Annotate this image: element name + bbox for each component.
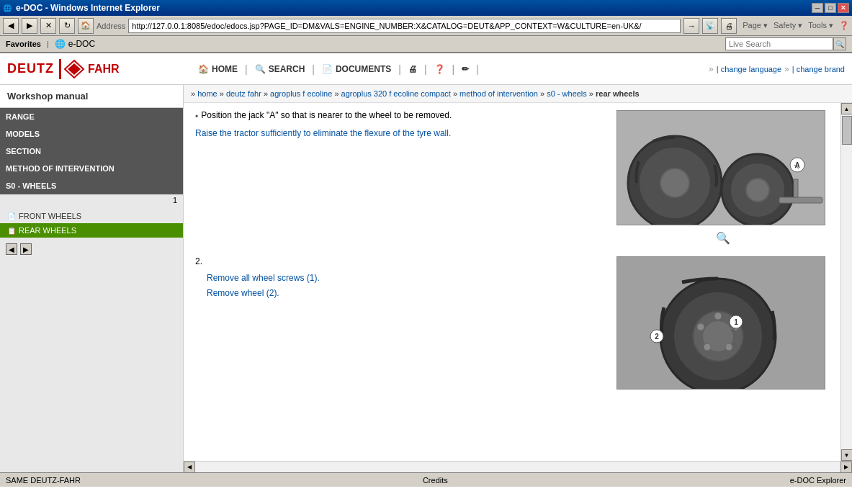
status-left: SAME DEUTZ-FAHR <box>6 476 81 485</box>
zoom-container: 🔍 <box>616 228 829 245</box>
nav-home[interactable]: 🏠 HOME <box>191 61 245 77</box>
breadcrumb-deutz[interactable]: deutz fahr <box>226 89 261 98</box>
refresh-button[interactable]: ↻ <box>59 18 75 34</box>
sidebar-section-s0[interactable]: S0 - WHEELS <box>0 177 183 194</box>
change-language[interactable]: | change language <box>717 65 781 73</box>
address-input[interactable] <box>128 19 681 33</box>
print-button[interactable]: 🖨 <box>721 18 737 34</box>
minimize-button[interactable]: ─ <box>812 3 823 13</box>
step2-layout: 2. Remove all wheel screws (1). Remove w… <box>195 256 829 390</box>
next-arrow[interactable]: ▶ <box>20 243 32 255</box>
stop-button[interactable]: ✕ <box>40 18 56 34</box>
sidebar-item-rear-wheels[interactable]: 📋 REAR WHEELS <box>0 223 183 238</box>
status-center[interactable]: Credits <box>423 476 448 485</box>
step1-text: • Position the jack "A" so that is neare… <box>195 110 609 143</box>
sidebar-section-models[interactable]: MODELS <box>0 125 183 143</box>
nav-print[interactable]: 🖨 <box>401 61 424 77</box>
svg-point-21 <box>725 343 732 351</box>
tools-menu[interactable]: Tools ▾ <box>808 21 833 30</box>
scroll-thumb[interactable] <box>842 116 852 145</box>
bottom-scrollbar: ◀ ▶ <box>184 461 852 472</box>
step2-image-col: 2 1 FR09696 <box>616 256 829 390</box>
nav-help[interactable]: ❓ <box>427 61 452 77</box>
right-scrollbar: ▲ ▼ <box>840 103 852 461</box>
front-wheels-icon: 📄 <box>7 212 16 220</box>
step2-text: 2. Remove all wheel screws (1). Remove w… <box>195 256 609 302</box>
maximize-button[interactable]: □ <box>825 3 836 13</box>
rss-button[interactable]: 📡 <box>702 18 718 34</box>
logo-symbol <box>63 59 85 79</box>
title-bar-left: 🌐 e-DOC - Windows Internet Explorer <box>3 3 160 13</box>
breadcrumb-agroplus-320[interactable]: agroplus 320 f ecoline compact <box>341 89 451 98</box>
step1-image-col: A FR09696 🔍 <box>616 110 829 245</box>
print-nav-icon: 🖨 <box>408 64 417 74</box>
nav-search[interactable]: 🔍 SEARCH <box>248 61 313 77</box>
favorites-label[interactable]: Favorites <box>6 40 41 48</box>
nav-documents[interactable]: 📄 DOCUMENTS <box>315 61 398 77</box>
logo-fahr: FAHR <box>88 63 120 76</box>
svg-point-19 <box>714 312 722 320</box>
edoc-favorite[interactable]: 🌐 e-DOC <box>55 39 95 49</box>
favorites-bar: Favorites | 🌐 e-DOC 🔍 <box>0 36 852 53</box>
svg-rect-12 <box>794 179 798 197</box>
content-with-scrollbar: • Position the jack "A" so that is neare… <box>184 103 852 461</box>
breadcrumb-home[interactable]: home <box>197 89 218 98</box>
zoom-icon[interactable]: 🔍 <box>716 231 730 245</box>
sidebar-section-method[interactable]: METHOD OF INTERVENTION <box>0 160 183 177</box>
go-button[interactable]: → <box>683 18 699 34</box>
forward-button[interactable]: ▶ <box>22 18 37 34</box>
sidebar-section-range[interactable]: RANGE <box>0 108 183 125</box>
step1-svg: A <box>617 111 825 225</box>
scroll-right[interactable]: ▶ <box>840 462 852 473</box>
breadcrumb-s0[interactable]: s0 - wheels <box>547 89 587 98</box>
logo-divider <box>59 59 61 79</box>
sidebar-section-section[interactable]: SECTION <box>0 143 183 160</box>
ie-icon: 🌐 <box>3 4 12 12</box>
step1-layout: • Position the jack "A" so that is neare… <box>195 110 829 245</box>
live-search-input[interactable] <box>725 37 833 50</box>
search-button[interactable]: 🔍 <box>833 37 846 50</box>
sidebar-pager: 1 <box>0 194 183 206</box>
sidebar-title: Workshop manual <box>0 85 183 108</box>
home-button[interactable]: 🏠 <box>78 18 94 34</box>
help-menu[interactable]: ❓ <box>839 21 849 30</box>
step2-remove-wheel: Remove wheel (2). <box>207 287 609 300</box>
step1-raise: Raise the tractor sufficiently to elimin… <box>195 127 609 140</box>
page-menu[interactable]: Page ▾ <box>743 21 768 30</box>
app-header: DEUTZ FAHR 🏠 HOME | 🔍 SEARCH | 📄 DOCUMEN… <box>0 53 852 85</box>
breadcrumb-method[interactable]: method of intervention <box>459 89 538 98</box>
svg-text:1: 1 <box>734 318 738 326</box>
breadcrumb-agroplus-f[interactable]: agroplus f ecoline <box>270 89 332 98</box>
svg-point-8 <box>746 179 769 202</box>
scroll-down[interactable]: ▼ <box>841 449 853 461</box>
close-button[interactable]: ✕ <box>838 3 849 13</box>
logo-deutz: DEUTZ <box>7 61 54 76</box>
scroll-left[interactable]: ◀ <box>184 462 195 473</box>
nav-edit[interactable]: ✏ <box>454 61 476 77</box>
rear-wheels-icon: 📋 <box>7 227 16 235</box>
edoc-icon: 🌐 <box>55 39 66 49</box>
address-bar: ◀ ▶ ✕ ↻ 🏠 Address → 📡 🖨 Page ▾ Safety ▾ … <box>0 16 852 36</box>
back-button[interactable]: ◀ <box>3 18 19 34</box>
svg-rect-11 <box>779 197 822 203</box>
scroll-up[interactable]: ▲ <box>841 103 853 114</box>
breadcrumb: » home » deutz fahr » agroplus f ecoline… <box>184 85 852 103</box>
step1-image: A FR09696 <box>616 110 825 225</box>
title-bar: 🌐 e-DOC - Windows Internet Explorer ─ □ … <box>0 0 852 16</box>
step2-number: 2. <box>195 256 609 266</box>
svg-point-5 <box>660 168 689 197</box>
svg-text:2: 2 <box>655 333 659 341</box>
prev-arrow[interactable]: ◀ <box>6 243 17 255</box>
svg-text:A: A <box>794 161 799 169</box>
hscroll-track <box>195 462 840 473</box>
search-box: 🔍 <box>725 37 846 50</box>
nav-icons-right: » | change language » | change brand <box>709 64 845 74</box>
change-brand[interactable]: | change brand <box>792 65 845 73</box>
address-label: Address <box>97 22 125 30</box>
title-bar-buttons: ─ □ ✕ <box>812 3 849 13</box>
sidebar-item-front-wheels[interactable]: 📄 FRONT WHEELS <box>0 209 183 223</box>
step2-image: 2 1 FR09696 <box>616 256 825 390</box>
safety-menu[interactable]: Safety ▾ <box>773 21 802 30</box>
step1-bullet: • Position the jack "A" so that is neare… <box>195 110 609 122</box>
status-bar: SAME DEUTZ-FAHR Credits e-DOC Explorer <box>0 472 852 487</box>
